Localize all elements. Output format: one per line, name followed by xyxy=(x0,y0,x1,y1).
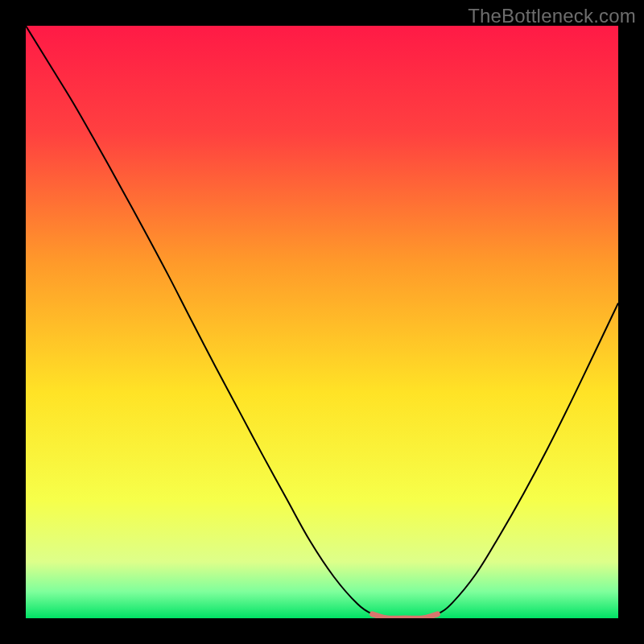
watermark-text: TheBottleneck.com xyxy=(468,5,636,27)
gradient-background xyxy=(26,26,618,618)
bottleneck-chart xyxy=(26,26,618,618)
chart-frame xyxy=(26,26,618,618)
